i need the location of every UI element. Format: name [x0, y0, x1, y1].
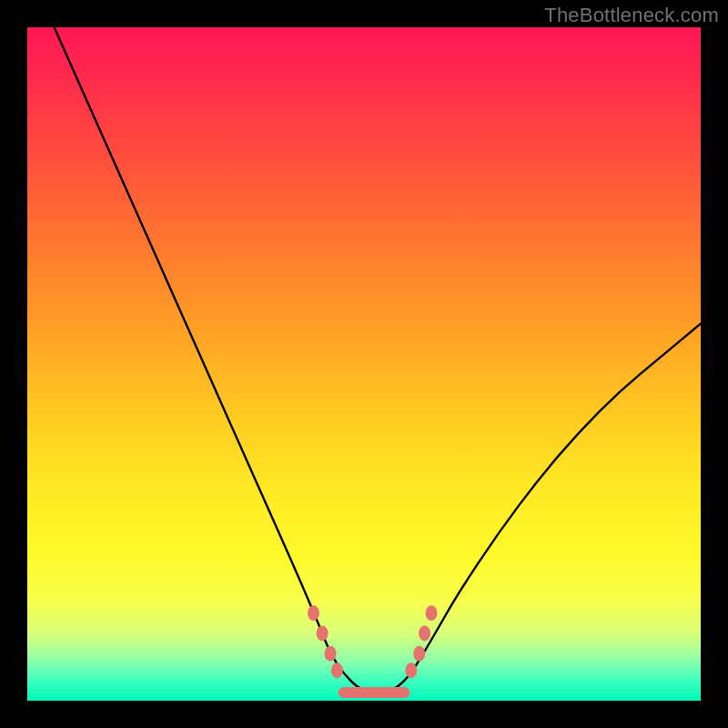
- chart-frame: TheBottleneck.com: [0, 0, 728, 728]
- curve-dot: [419, 626, 430, 642]
- plot-area: [27, 27, 701, 701]
- curve-dot: [308, 605, 319, 621]
- bottleneck-curve: [55, 27, 701, 694]
- curve-layer: [27, 27, 701, 701]
- curve-dot: [325, 646, 337, 662]
- dot-layer: [308, 605, 438, 678]
- curve-dot: [405, 662, 417, 678]
- curve-dot: [317, 626, 329, 642]
- watermark-text: TheBottleneck.com: [544, 4, 719, 27]
- curve-dot: [413, 646, 425, 662]
- curve-dot: [426, 605, 438, 621]
- curve-dot: [331, 662, 343, 678]
